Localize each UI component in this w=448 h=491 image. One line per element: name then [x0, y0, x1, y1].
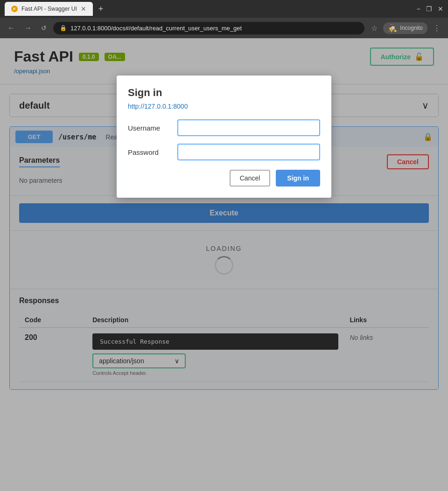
password-row: Password — [128, 144, 320, 160]
page-content: Fast API 0.1.0 OA... Authorize 🔓 /openap… — [0, 38, 448, 491]
password-label: Password — [128, 148, 170, 156]
incognito-badge: 🕵 Incognito — [383, 22, 427, 34]
browser-titlebar: F Fast API - Swagger UI ✕ + − ❐ ✕ — [0, 0, 448, 18]
username-row: Username — [128, 119, 320, 136]
browser-toolbar: ← → ↺ 🔒 127.0.0.1:8000/docs#/default/rea… — [0, 18, 448, 38]
toolbar-right: ☆ 🕵 Incognito ⋮ — [368, 22, 443, 35]
sign-in-modal: Sign in http://127.0.0.1:8000 Username P… — [117, 76, 331, 198]
modal-url: http://127.0.0.1:8000 — [128, 103, 320, 110]
close-window-button[interactable]: ✕ — [438, 5, 443, 13]
browser-chrome: F Fast API - Swagger UI ✕ + − ❐ ✕ ← → ↺ … — [0, 0, 448, 38]
url-text: 127.0.0.1:8000/docs#/default/read_curren… — [70, 25, 242, 32]
favicon-icon: F — [11, 6, 18, 12]
address-bar[interactable]: 🔒 127.0.0.1:8000/docs#/default/read_curr… — [53, 22, 364, 35]
back-button[interactable]: ← — [5, 22, 18, 34]
modal-actions: Cancel Sign in — [128, 170, 320, 187]
username-input[interactable] — [177, 119, 320, 136]
tab-title: Fast API - Swagger UI — [21, 6, 77, 12]
password-input[interactable] — [177, 144, 320, 160]
modal-signin-button[interactable]: Sign in — [276, 170, 320, 187]
browser-tab[interactable]: F Fast API - Swagger UI ✕ — [5, 2, 93, 16]
incognito-label: Incognito — [400, 25, 423, 31]
menu-icon[interactable]: ⋮ — [430, 22, 443, 35]
reload-button[interactable]: ↺ — [38, 22, 49, 34]
bookmark-icon[interactable]: ☆ — [368, 22, 380, 35]
close-tab-button[interactable]: ✕ — [81, 5, 86, 13]
window-controls: − ❐ ✕ — [417, 5, 443, 13]
modal-overlay[interactable]: Sign in http://127.0.0.1:8000 Username P… — [0, 38, 448, 491]
new-tab-button[interactable]: + — [97, 2, 105, 16]
modal-title: Sign in — [128, 87, 320, 99]
maximize-button[interactable]: ❐ — [426, 5, 432, 13]
forward-button[interactable]: → — [21, 22, 35, 34]
modal-cancel-button[interactable]: Cancel — [230, 170, 271, 187]
address-lock-icon: 🔒 — [60, 25, 67, 31]
username-label: Username — [128, 124, 170, 132]
minimize-button[interactable]: − — [417, 5, 420, 13]
incognito-icon: 🕵 — [388, 24, 397, 33]
